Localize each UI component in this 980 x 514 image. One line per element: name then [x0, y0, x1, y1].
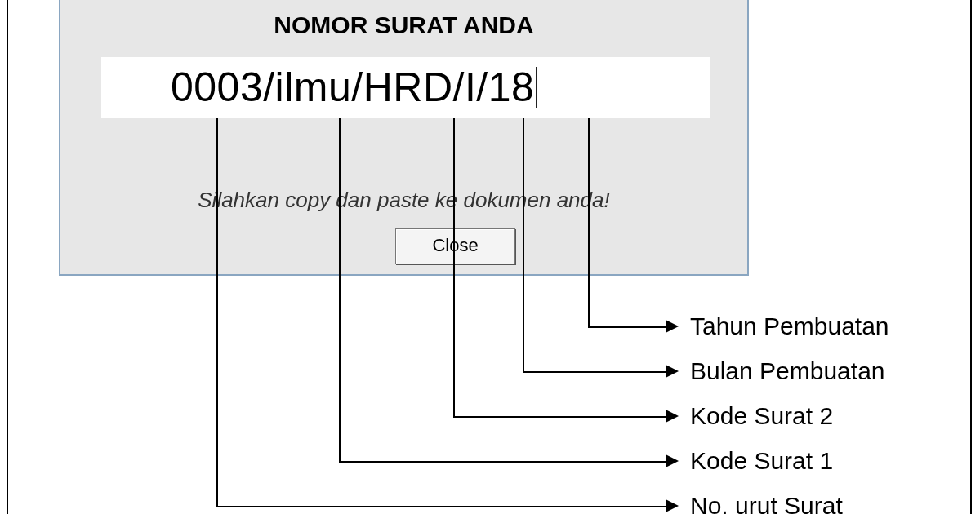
letter-number-dialog: NOMOR SURAT ANDA 0003/ilmu/HRD/I/18 Sila… [59, 0, 749, 276]
annotation-bulan: Bulan Pembuatan [690, 357, 885, 385]
connector-line [216, 118, 218, 507]
close-button[interactable]: Close [395, 228, 515, 264]
arrow-right-icon [666, 454, 679, 467]
dialog-title: NOMOR SURAT ANDA [60, 11, 747, 39]
connector-line [339, 461, 666, 463]
arrow-right-icon [666, 365, 679, 378]
helper-text: Silahkan copy dan paste ke dokumen anda! [60, 188, 747, 213]
arrow-right-icon [666, 499, 679, 512]
annotation-kode2: Kode Surat 2 [690, 402, 833, 430]
annotation-no-urut: No. urut Surat [690, 492, 843, 514]
letter-number-value: 0003/ilmu/HRD/I/18 [171, 64, 534, 110]
connector-line [588, 118, 590, 326]
connector-line [216, 506, 666, 507]
text-cursor-icon [536, 67, 537, 108]
annotation-tahun: Tahun Pembuatan [690, 312, 889, 340]
connector-line [339, 118, 341, 461]
arrow-right-icon [666, 410, 679, 423]
annotation-kode1: Kode Surat 1 [690, 447, 833, 475]
letter-number-field[interactable]: 0003/ilmu/HRD/I/18 [101, 57, 710, 118]
arrow-right-icon [666, 320, 679, 333]
connector-line [523, 371, 666, 373]
connector-line [523, 118, 524, 371]
connector-line [453, 118, 455, 416]
connector-line [453, 416, 666, 418]
connector-line [588, 326, 666, 328]
